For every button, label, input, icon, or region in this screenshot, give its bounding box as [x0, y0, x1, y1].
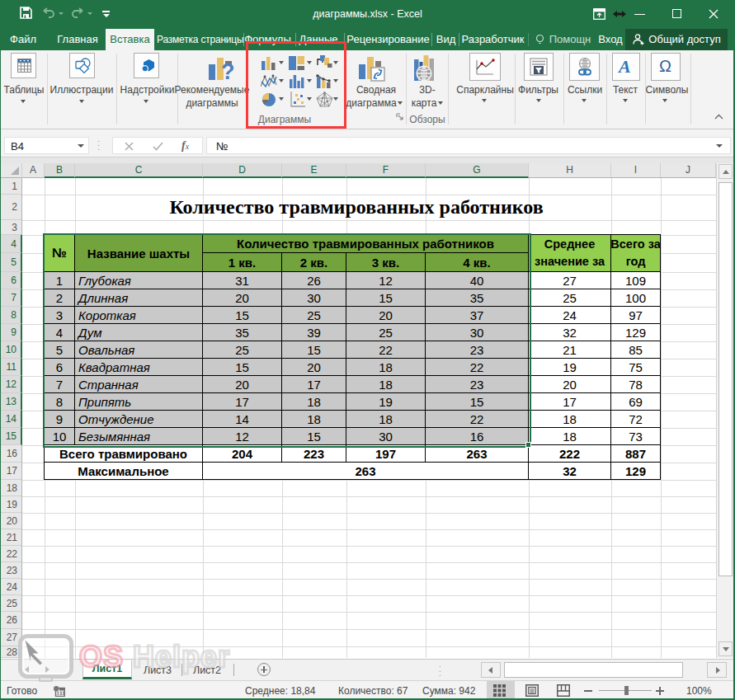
svg-text:?: ?: [221, 59, 235, 83]
